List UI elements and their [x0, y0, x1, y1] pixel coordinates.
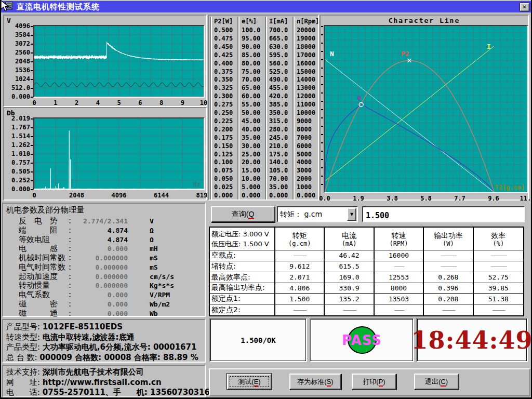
scale-value: 0.275 [214, 101, 233, 108]
table-cell-value: 9.612 [289, 262, 310, 270]
param-value: 0.000000 [70, 253, 128, 262]
character-x-tick-label: 9.6 [488, 195, 499, 202]
scale-value: 595.0 [269, 51, 288, 59]
info-value: 大功率驱动电机,6分频,流水号: 00001671 [43, 342, 197, 352]
table-cell-value: 1.500 [289, 295, 310, 303]
table-cell: ————— [424, 250, 473, 261]
close-button[interactable]: ✕ [520, 3, 529, 11]
results-table: 额定电压: 3.000 V低压电压: 1.500 V转矩(g.cm)电流(mA)… [209, 227, 524, 316]
column-name: 转矩 [292, 231, 307, 240]
chevron-down-icon[interactable]: ▼ [347, 208, 356, 221]
param-row: 电 感:0.000mH [3, 244, 205, 252]
scale-value: 0.000 [242, 192, 260, 199]
scale-value: 35.00 [269, 183, 288, 191]
scale-value: 18000 [297, 43, 315, 50]
title-bar[interactable]: 直流电机特性测试系统 ✕ [1, 1, 531, 12]
table-header-cell: 电流(mA) [325, 228, 374, 250]
action-button-C[interactable]: 退出(C) [414, 374, 459, 390]
table-cell-value: 39.85 [488, 284, 509, 292]
action-button-text: ) [446, 378, 448, 385]
voltage-spec-line: 低压电压: 1.500 V [211, 239, 269, 249]
scale-value: 4000 [297, 158, 312, 166]
info-line: 产品类型: 大功率驱动电机,6分频,流水号: 00001671 [6, 342, 204, 352]
table-cell-value: 12553 [389, 273, 409, 281]
character-line-title: Character Line [321, 17, 528, 24]
scale-value: 5.000 [242, 183, 260, 191]
scope-y-tick-label: 2048 [5, 58, 30, 65]
param-unit: Kg*s*s [150, 281, 174, 289]
action-button-S[interactable]: 存为标准(S) [289, 374, 341, 390]
param-row: 起动加速度:0.000000cm/s/s [3, 272, 205, 281]
query-type-dropdown[interactable]: 转矩： g.cm ▼ [277, 206, 358, 222]
scale-value: 0.475 [214, 35, 233, 42]
spectrum-x-tick-label: 6144 [154, 192, 169, 199]
info-line: 电 话: 0755-2570111、手 机: 13560730316 [6, 388, 204, 397]
table-cell-value: 330.9 [339, 284, 360, 292]
table-cell-value: ————— [441, 251, 456, 259]
action-button-P[interactable]: 打印(P) [352, 374, 396, 390]
action-button-E[interactable]: 测试(E) [227, 374, 272, 390]
spectrum-chart: Hz [33, 117, 205, 190]
table-cell: ——— [375, 261, 424, 272]
table-cell: ———— [474, 304, 523, 315]
table-cell: 135.2 [325, 294, 374, 304]
scale-value: 0.000 [297, 192, 315, 199]
scale-column-header: n[Rpm] [297, 18, 319, 25]
param-value: 4.874 [70, 235, 128, 244]
curve-label-I: I [487, 43, 491, 50]
voltage-scope-chart [33, 25, 205, 98]
query-button[interactable]: 查询(Q [211, 206, 275, 222]
scale-value: 0.400 [214, 60, 233, 67]
character-line-left-ticks [321, 26, 323, 192]
info-label: 技术支持: [6, 367, 43, 377]
scope-y-tick-label: 0.000 [5, 93, 30, 100]
column-unit: (g.cm) [288, 240, 311, 247]
info-value: http://www.firstsail.com.cn [43, 378, 162, 387]
scale-value: 560.0 [269, 60, 288, 67]
character-x-tick-label: 5.8 [420, 195, 432, 202]
table-cell-value: ————— [441, 262, 456, 270]
table-cell: 0.208 [424, 294, 473, 304]
table-cell-value: ———— [442, 306, 454, 314]
table-cell-value: ———— [343, 306, 355, 314]
scope-y-tick-label: 4096 [5, 22, 30, 30]
scope-y-tick-label: 2560 [5, 49, 30, 56]
table-cell: 16000 [375, 250, 424, 261]
info-label: 总 台 数: [6, 353, 39, 362]
window-title: 直流电机特性测试系统 [17, 2, 100, 12]
scope-x-tick-label: 9 [181, 99, 184, 107]
param-label: 磁 通 [19, 309, 69, 318]
table-cell: 4.806 [275, 283, 325, 294]
param-unit: V [150, 216, 154, 225]
info-value: 1012FE-85110EDS [43, 322, 123, 331]
voltage-scope-panel: V 4096358430722560204815361024512.00.000… [3, 15, 207, 107]
table-cell-value: ——— [394, 262, 403, 270]
scale-value: 0.500 [214, 26, 233, 34]
spectrum-x-tick-label: 0 [32, 192, 36, 199]
scale-value: 35.00 [242, 134, 260, 141]
query-value-input[interactable] [362, 206, 525, 222]
table-row-label: 额定点2: [210, 304, 275, 315]
action-buttons-bar: 测试(E)存为标准(S)打印(P)退出(C) [209, 368, 530, 396]
scale-value: 350.0 [269, 109, 288, 116]
scale-value: 630.0 [269, 43, 288, 50]
scale-value: 0.350 [214, 76, 233, 83]
scale-value: 30.00 [242, 142, 260, 150]
scope-x-tick-label: 6 [138, 99, 142, 107]
scale-value: 20000 [297, 26, 315, 34]
column-unit: (W) [443, 240, 454, 247]
table-cell-value: ———— [294, 306, 305, 314]
table-row-label: 最高效率点: [210, 272, 275, 283]
param-value: 2.774/2.341 [70, 216, 128, 225]
character-line-panel: Character Line NIP2e T2[g.cm] 0.01.93.85… [320, 15, 529, 201]
spectrum-y-tick-label: 0.505 [5, 168, 30, 175]
column-name: 转速 [391, 231, 406, 240]
scale-column-header: P2[W] [214, 18, 233, 25]
table-header-cell: 转速(RPM) [375, 228, 424, 250]
table-cell: 46.42 [325, 250, 374, 261]
table-row-label: 额定点1: [210, 294, 275, 304]
table-cell: ——— [375, 304, 424, 315]
scale-value: 280.0 [269, 126, 288, 133]
table-cell-value: 0.396 [438, 284, 458, 292]
scale-column-e[%]: e[%]100.095.0090.0085.0080.0075.0070.006… [237, 17, 265, 200]
